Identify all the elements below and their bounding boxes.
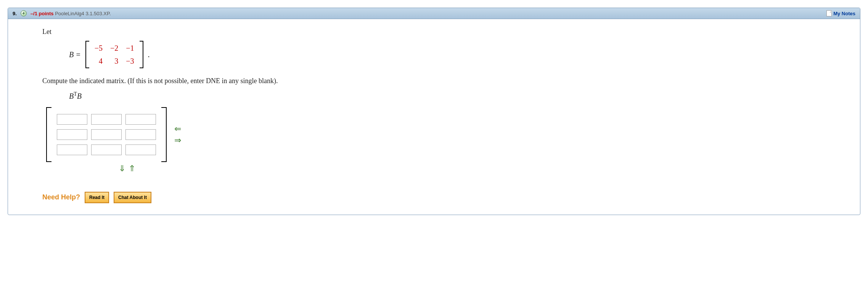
add-row-icon[interactable]: ⇓ bbox=[119, 164, 125, 173]
remove-row-icon[interactable]: ⇑ bbox=[129, 164, 135, 173]
points-source: –/1 points PooleLinAlg4 3.1.503.XP. bbox=[31, 11, 111, 16]
remove-col-icon[interactable]: ⇐ bbox=[174, 125, 181, 133]
answer-cell-input[interactable] bbox=[91, 129, 122, 140]
matrix-cell: −5 bbox=[91, 42, 106, 55]
answer-zone: ⇐ ⇒ bbox=[46, 107, 837, 162]
instruction-text: Compute the indicated matrix. (If this i… bbox=[42, 76, 837, 86]
answer-grid bbox=[53, 109, 160, 160]
row-size-controls: ⇓ ⇑ bbox=[119, 164, 837, 173]
matrix-period: . bbox=[148, 49, 150, 60]
answer-cell-input[interactable] bbox=[125, 144, 156, 155]
matrix-definition: B = −5 −2 −1 4 3 −3 . bbox=[69, 41, 837, 68]
help-row: Need Help? Read It Chat About It bbox=[42, 192, 837, 203]
expand-icon[interactable]: + bbox=[21, 10, 27, 16]
need-help-label: Need Help? bbox=[42, 192, 80, 202]
question-number: 9. bbox=[13, 11, 17, 16]
chat-about-it-button[interactable]: Chat About It bbox=[114, 192, 151, 203]
matrix-lhs: B = bbox=[69, 49, 81, 60]
answer-cell-input[interactable] bbox=[91, 114, 122, 125]
answer-cell-input[interactable] bbox=[125, 129, 156, 140]
note-icon bbox=[826, 10, 832, 16]
let-text: Let bbox=[42, 27, 837, 37]
read-it-button[interactable]: Read It bbox=[85, 192, 109, 203]
matrix-B: −5 −2 −1 4 3 −3 bbox=[85, 41, 143, 68]
col-size-controls: ⇐ ⇒ bbox=[174, 125, 181, 144]
points-text: –/1 points bbox=[31, 11, 54, 16]
matrix-cell: −3 bbox=[122, 55, 138, 67]
my-notes-label: My Notes bbox=[833, 11, 855, 16]
target-expression: BTB bbox=[69, 90, 837, 102]
source-text: PooleLinAlg4 3.1.503.XP. bbox=[55, 11, 111, 16]
matrix-cell: −1 bbox=[122, 42, 138, 55]
matrix-cell: 4 bbox=[91, 55, 106, 67]
answer-cell-input[interactable] bbox=[57, 129, 87, 140]
question-container: 9. + –/1 points PooleLinAlg4 3.1.503.XP.… bbox=[8, 8, 860, 215]
matrix-cell: 3 bbox=[106, 55, 122, 67]
answer-cell-input[interactable] bbox=[57, 144, 87, 155]
my-notes-link[interactable]: My Notes bbox=[826, 10, 855, 16]
matrix-B-table: −5 −2 −1 4 3 −3 bbox=[91, 42, 138, 67]
question-header: 9. + –/1 points PooleLinAlg4 3.1.503.XP.… bbox=[8, 8, 860, 19]
answer-cell-input[interactable] bbox=[125, 114, 156, 125]
matrix-cell: −2 bbox=[106, 42, 122, 55]
answer-cell-input[interactable] bbox=[57, 114, 87, 125]
add-col-icon[interactable]: ⇒ bbox=[174, 136, 181, 144]
answer-matrix bbox=[46, 107, 167, 162]
answer-cell-input[interactable] bbox=[91, 144, 122, 155]
question-body: Let B = −5 −2 −1 4 3 −3 bbox=[8, 19, 860, 215]
